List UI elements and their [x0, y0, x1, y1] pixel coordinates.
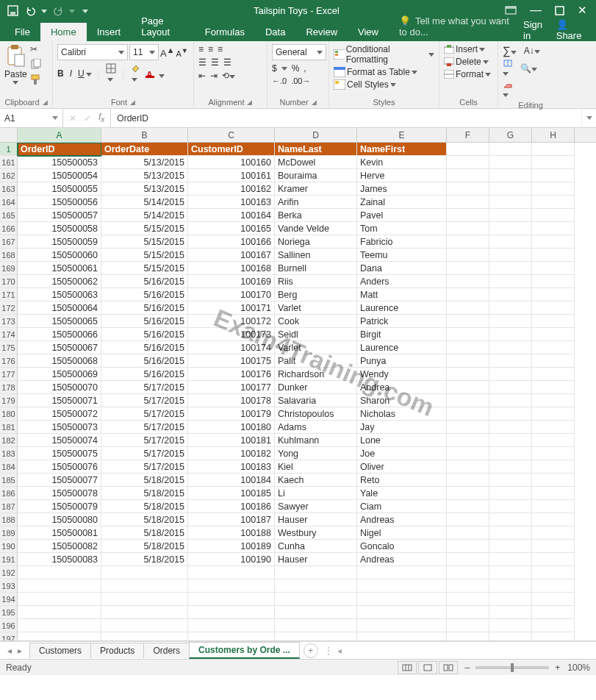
cell[interactable] — [489, 209, 532, 222]
cell[interactable]: Kevin — [357, 156, 447, 169]
cell[interactable]: 150500065 — [18, 315, 101, 328]
cell[interactable] — [357, 619, 447, 632]
cell[interactable] — [275, 566, 357, 579]
cell[interactable]: Nicholas — [357, 407, 447, 421]
cell[interactable] — [489, 249, 532, 262]
row-header[interactable]: 184 — [0, 460, 18, 474]
cell[interactable]: 5/15/2015 — [101, 262, 188, 275]
cell[interactable] — [532, 288, 575, 301]
cell[interactable]: 5/16/2015 — [101, 328, 188, 341]
row-header[interactable]: 191 — [0, 553, 18, 566]
cell[interactable]: 5/13/2015 — [101, 156, 188, 169]
cell[interactable]: 150500057 — [18, 209, 101, 222]
col-header-E[interactable]: E — [357, 128, 447, 142]
cell[interactable]: 150500080 — [18, 513, 101, 526]
zoom-slider[interactable] — [475, 666, 549, 669]
cell[interactable] — [489, 156, 532, 169]
table-header-cell[interactable]: OrderID — [18, 143, 101, 156]
cell[interactable] — [489, 460, 532, 474]
cell[interactable] — [447, 487, 489, 500]
cell[interactable]: Joe — [357, 447, 447, 460]
cell[interactable]: 5/16/2015 — [101, 288, 188, 301]
cell[interactable] — [489, 262, 532, 275]
cell[interactable] — [275, 619, 357, 632]
chevron-down-icon[interactable] — [41, 5, 47, 15]
cell[interactable] — [447, 579, 489, 593]
cell[interactable]: Kaech — [275, 474, 357, 487]
tab-review[interactable]: Review — [295, 23, 348, 41]
cell[interactable]: Varlet — [275, 341, 357, 354]
row-header[interactable]: 167 — [0, 235, 18, 249]
cell[interactable]: Ciam — [357, 500, 447, 513]
cell[interactable]: Laurence — [357, 341, 447, 354]
cell[interactable]: McDowel — [275, 156, 357, 169]
cells-delete-button[interactable]: Delete — [444, 57, 489, 67]
cell[interactable] — [18, 632, 101, 641]
cell[interactable]: 100190 — [188, 553, 275, 566]
sort-filter-button[interactable]: A↓ — [524, 46, 540, 56]
row-header[interactable]: 173 — [0, 315, 18, 328]
cell[interactable] — [489, 434, 532, 447]
zoom-in-button[interactable]: + — [555, 662, 560, 673]
percent-button[interactable]: % — [292, 63, 300, 74]
cell[interactable]: Dana — [357, 262, 447, 275]
cell[interactable] — [447, 301, 489, 315]
cell[interactable] — [532, 447, 575, 460]
cell[interactable]: 100165 — [188, 222, 275, 235]
cell[interactable] — [532, 156, 575, 169]
sheet-tab-orders[interactable]: Orders — [143, 643, 190, 658]
cell[interactable]: Cunha — [275, 540, 357, 553]
col-header-H[interactable]: H — [532, 128, 575, 142]
cell[interactable]: 5/16/2015 — [101, 315, 188, 328]
cell[interactable]: Herve — [357, 169, 447, 182]
tab-data[interactable]: Data — [255, 23, 295, 41]
cell[interactable]: Tom — [357, 222, 447, 235]
cell[interactable] — [532, 579, 575, 593]
cell[interactable] — [447, 619, 489, 632]
row-header[interactable]: 181 — [0, 421, 18, 434]
align-top-icon[interactable]: ≡ — [198, 44, 204, 54]
cell[interactable]: 5/13/2015 — [101, 182, 188, 196]
cell[interactable]: 5/17/2015 — [101, 447, 188, 460]
sheet-tab-customers[interactable]: Customers — [29, 643, 91, 658]
cell[interactable] — [101, 579, 188, 593]
cell[interactable]: 5/15/2015 — [101, 222, 188, 235]
cell[interactable]: 5/17/2015 — [101, 421, 188, 434]
cell[interactable] — [532, 619, 575, 632]
select-all-corner[interactable] — [0, 128, 18, 142]
row-header[interactable]: 192 — [0, 566, 18, 579]
cell[interactable] — [101, 619, 188, 632]
cell[interactable]: 5/16/2015 — [101, 301, 188, 315]
cell[interactable]: Zainal — [357, 196, 447, 209]
cell[interactable] — [532, 249, 575, 262]
paste-label[interactable]: Paste — [4, 69, 27, 79]
cell[interactable] — [447, 209, 489, 222]
fx-icon[interactable]: fx — [98, 112, 104, 124]
cell[interactable] — [489, 579, 532, 593]
cell[interactable] — [447, 315, 489, 328]
cell[interactable]: James — [357, 182, 447, 196]
cell[interactable]: Berka — [275, 209, 357, 222]
redo-icon[interactable] — [51, 4, 65, 17]
cell[interactable]: 100175 — [188, 354, 275, 368]
cell[interactable]: Christopoulos — [275, 407, 357, 421]
cell[interactable] — [447, 249, 489, 262]
name-box[interactable]: A1 — [0, 109, 63, 127]
table-header-cell[interactable]: NameLast — [275, 143, 357, 156]
cell[interactable]: Hauser — [275, 513, 357, 526]
cell[interactable] — [447, 526, 489, 540]
cell[interactable] — [188, 593, 275, 606]
copy-icon[interactable] — [30, 59, 41, 70]
currency-button[interactable]: $ — [272, 63, 277, 74]
cell[interactable] — [447, 222, 489, 235]
cell[interactable] — [188, 579, 275, 593]
cell[interactable]: 5/18/2015 — [101, 553, 188, 566]
cell[interactable]: 100163 — [188, 196, 275, 209]
row-header[interactable]: 174 — [0, 328, 18, 341]
cell[interactable]: Bouraima — [275, 169, 357, 182]
cell[interactable]: 150500076 — [18, 460, 101, 474]
cell[interactable]: 5/13/2015 — [101, 169, 188, 182]
increase-decimal-button[interactable]: ←.0 — [272, 76, 287, 85]
format-as-table-button[interactable]: Format as Table — [334, 67, 417, 77]
minimize-icon[interactable]: — — [530, 4, 542, 17]
